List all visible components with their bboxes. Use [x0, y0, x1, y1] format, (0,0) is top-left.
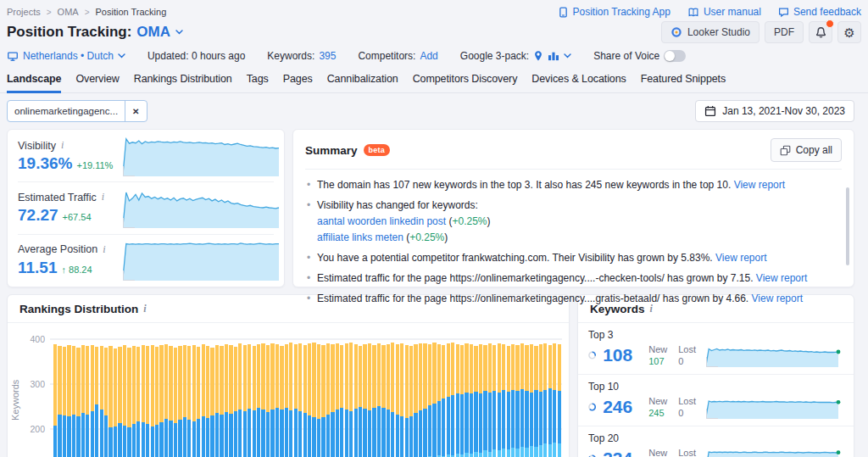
filter-chip: onlinemarketingagenc... ✕ [7, 100, 147, 122]
summary-link[interactable]: View report [734, 179, 785, 191]
keywords-row-label: Top 3 [588, 329, 843, 341]
tab-overview[interactable]: Overview [75, 70, 119, 93]
metric-delta: +19.11% [76, 160, 113, 170]
keywords-card: Keywords i Top 3108New107Lost0Top 10246N… [577, 294, 854, 457]
sparkline-chart [706, 447, 843, 457]
chevron-down-icon[interactable] [175, 30, 183, 35]
keywords-row-value[interactable]: 108 [603, 345, 642, 365]
metric-delta: +67.54 [63, 212, 92, 222]
page-title-prefix: Position Tracking: [7, 24, 131, 41]
summary-bullet: Estimated traffic for the page https://o… [305, 291, 830, 307]
summary-bullet: Visibility has changed for keywords:aant… [305, 198, 830, 246]
local-pack-icon[interactable] [548, 51, 559, 61]
metric-row-average-position: Average Positioni11.51↑ 88.24 [18, 234, 274, 286]
updated-status: Updated: 0 hours ago [147, 50, 245, 62]
metric-row-visibility: Visibilityi19.36%+19.11% [18, 131, 274, 181]
summary-text: Estimated traffic for the page https://o… [317, 293, 752, 304]
svg-text:400: 400 [30, 334, 45, 344]
filter-chip-label[interactable]: onlinemarketingagenc... [8, 101, 125, 121]
tab-pages[interactable]: Pages [283, 70, 313, 93]
pdf-button[interactable]: PDF [765, 21, 804, 43]
sparkline-chart [123, 187, 281, 228]
tab-landscape[interactable]: Landscape [7, 70, 61, 93]
summary-link[interactable]: View report [752, 293, 803, 304]
summary-text: ) [444, 231, 448, 243]
keywords-row-top-20: Top 20334New333Lost0 [578, 426, 854, 457]
metric-label: Estimated Traffic [18, 192, 97, 203]
copy-icon [780, 145, 791, 156]
send-feedback-link[interactable]: Send feedback [778, 6, 861, 18]
share-of-voice-toggle[interactable] [664, 50, 686, 62]
chat-icon [778, 7, 789, 18]
summary-bullet: The domain has 107 new keywords in the t… [305, 177, 830, 193]
keywords-row-value[interactable]: 246 [603, 397, 642, 417]
looker-studio-icon [670, 26, 682, 38]
map-pin-icon[interactable] [533, 50, 543, 62]
page-title: Position Tracking: OMA [7, 24, 183, 41]
lost-count: 0 [678, 356, 696, 366]
chevron-down-icon[interactable] [564, 53, 571, 59]
keywords-count: Keywords: 395 [267, 50, 336, 62]
sparkline-chart [706, 343, 843, 367]
tab-cannibalization[interactable]: Cannibalization [327, 70, 398, 93]
lost-count: 0 [678, 408, 696, 418]
metric-value: 11.51 [18, 259, 58, 277]
filter-chip-close-icon[interactable]: ✕ [125, 101, 146, 121]
breadcrumb-item[interactable]: OMA [58, 7, 79, 17]
user-manual-link[interactable]: User manual [687, 6, 761, 18]
new-count: 245 [648, 408, 667, 418]
summary-card: Summary beta Copy all The domain has 107… [292, 129, 854, 287]
summary-link[interactable]: aantal woorden linkedin post [317, 215, 446, 227]
summary-link[interactable]: affiliate links meten [317, 231, 403, 243]
tab-rankings-distribution[interactable]: Rankings Distribution [134, 70, 232, 93]
summary-link[interactable]: View report [715, 252, 766, 264]
keywords-row-value[interactable]: 334 [603, 449, 642, 457]
summary-link[interactable]: View report [756, 272, 807, 284]
metric-row-estimated-traffic: Estimated Traffici72.27+67.54 [18, 181, 274, 233]
book-icon [687, 7, 699, 18]
rankings-distribution-card: Rankings Distribution i 400300200100Keyw… [7, 294, 570, 457]
competitors-add-link[interactable]: Add [420, 50, 437, 62]
summary-scrollbar[interactable] [846, 187, 849, 265]
tab-featured-snippets[interactable]: Featured Snippets [641, 70, 726, 93]
tab-devices-locations[interactable]: Devices & Locations [531, 70, 626, 93]
keywords-count-link[interactable]: 395 [319, 50, 336, 62]
project-name[interactable]: OMA [136, 24, 170, 41]
ring-gauge [588, 398, 596, 415]
report-tabs: LandscapeOverviewRankings DistributionTa… [0, 70, 868, 93]
svg-text:200: 200 [30, 424, 45, 434]
breadcrumb-item: Position Tracking [96, 7, 167, 17]
location-language-selector[interactable]: Netherlands • Dutch [7, 50, 125, 62]
svg-text:Keywords: Keywords [10, 379, 20, 421]
info-icon: i [103, 243, 105, 256]
notifications-button[interactable] [809, 21, 832, 43]
competitors-setting: Competitors: Add [358, 50, 437, 62]
breadcrumb-separator: > [85, 8, 90, 17]
date-range-picker[interactable]: Jan 13, 2021-Nov 30, 2023 [695, 100, 854, 122]
tab-competitors-discovery[interactable]: Competitors Discovery [413, 70, 518, 93]
rankings-distribution-chart: 400300200100Keywords [8, 323, 569, 457]
summary-text: You have a potential competitor frankwat… [317, 252, 715, 264]
summary-bullet: Estimated traffic for the page https://o… [305, 270, 830, 287]
info-icon: i [102, 191, 104, 203]
breadcrumb-item[interactable]: Projects [7, 7, 41, 17]
share-of-voice-setting: Share of Voice [593, 50, 686, 62]
summary-delta: +0.25% [452, 215, 487, 227]
summary-bullet: You have a potential competitor frankwat… [305, 250, 830, 266]
breadcrumb: Projects>OMA>Position Tracking [7, 7, 166, 17]
summary-text: Estimated traffic for the page https://o… [317, 272, 756, 284]
metric-label: Visibility [18, 140, 56, 152]
tab-tags[interactable]: Tags [247, 70, 269, 93]
gear-icon: ⚙ [843, 26, 854, 39]
copy-all-button[interactable]: Copy all [771, 138, 842, 162]
notification-dot [826, 20, 834, 28]
looker-studio-button[interactable]: Looker Studio [661, 21, 760, 43]
metrics-card: Visibilityi19.36%+19.11%Estimated Traffi… [7, 129, 285, 287]
summary-bullets: The domain has 107 new keywords in the t… [305, 177, 842, 307]
bell-icon [815, 26, 827, 39]
svg-text:300: 300 [30, 379, 45, 389]
position-tracking-app-link[interactable]: Position Tracking App [558, 6, 670, 18]
settings-button[interactable]: ⚙ [837, 21, 861, 43]
summary-title: Summary [305, 144, 358, 157]
keywords-row-label: Top 10 [588, 381, 843, 393]
